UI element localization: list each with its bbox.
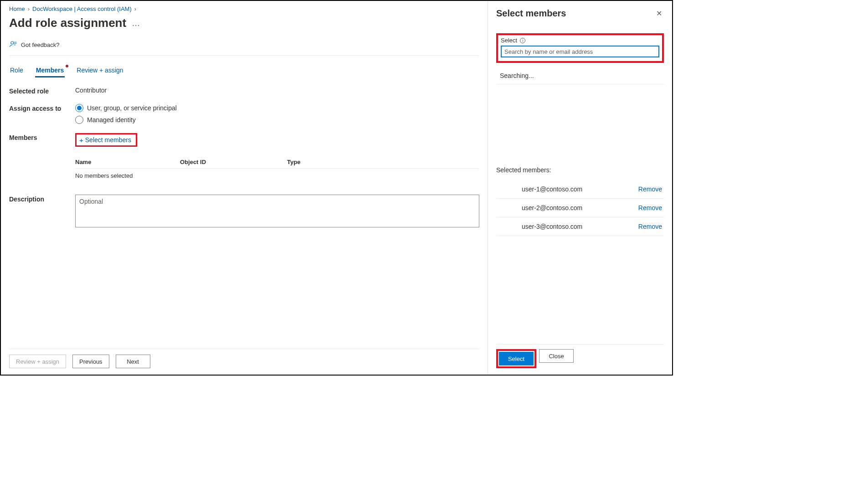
select-members-pane: Select members ✕ Select i Searching... S… xyxy=(488,1,672,375)
selected-members-list: user-1@contoso.com Remove user-2@contoso… xyxy=(496,180,664,236)
svg-point-0 xyxy=(11,41,14,44)
no-members-text: No members selected xyxy=(75,169,479,183)
tab-review-assign[interactable]: Review + assign xyxy=(76,64,124,77)
select-members-highlight: + Select members xyxy=(75,133,137,147)
select-button[interactable]: Select xyxy=(499,352,534,366)
selected-member-row: user-1@contoso.com Remove xyxy=(496,180,664,199)
radio-managed-identity[interactable]: Managed identity xyxy=(75,116,479,124)
main-footer: Review + assign Previous Next xyxy=(9,349,479,375)
remove-member-link[interactable]: Remove xyxy=(638,204,662,211)
description-input[interactable] xyxy=(75,195,479,227)
info-icon[interactable]: i xyxy=(520,38,525,43)
remove-member-link[interactable]: Remove xyxy=(638,185,662,193)
selected-members-label: Selected members: xyxy=(496,166,664,174)
feedback-label: Got feedback? xyxy=(21,41,60,48)
breadcrumb: Home › DocWorkspace | Access control (IA… xyxy=(9,5,479,12)
selected-member-row: user-3@contoso.com Remove xyxy=(496,217,664,236)
radio-icon xyxy=(75,104,83,112)
tab-members-label: Members xyxy=(36,67,64,74)
member-email: user-3@contoso.com xyxy=(522,223,582,230)
searching-status: Searching... xyxy=(496,67,664,84)
assign-access-radio-group: User, group, or service principal Manage… xyxy=(75,104,479,124)
member-email: user-1@contoso.com xyxy=(522,185,582,193)
chevron-right-icon: › xyxy=(134,5,136,12)
validation-dot-icon xyxy=(66,65,68,67)
selected-role-value: Contributor xyxy=(75,87,479,94)
description-label: Description xyxy=(9,195,75,203)
breadcrumb-workspace[interactable]: DocWorkspace | Access control (IAM) xyxy=(32,5,132,12)
radio-managed-label: Managed identity xyxy=(87,116,136,124)
col-object-id: Object ID xyxy=(180,159,287,165)
member-search-input[interactable] xyxy=(501,46,659,57)
select-button-highlight: Select xyxy=(496,349,536,368)
radio-user-group-sp[interactable]: User, group, or service principal xyxy=(75,104,479,112)
close-icon[interactable]: ✕ xyxy=(654,7,664,20)
select-search-highlight: Select i xyxy=(496,33,664,63)
members-label: Members xyxy=(9,133,75,141)
tab-role[interactable]: Role xyxy=(9,64,24,77)
close-button[interactable]: Close xyxy=(539,349,574,363)
breadcrumb-home[interactable]: Home xyxy=(9,5,25,12)
assign-access-label: Assign access to xyxy=(9,104,75,112)
radio-user-label: User, group, or service principal xyxy=(87,104,177,112)
select-label: Select xyxy=(501,37,517,44)
radio-icon xyxy=(75,116,83,124)
next-button[interactable]: Next xyxy=(116,355,150,368)
review-assign-button[interactable]: Review + assign xyxy=(9,355,66,368)
tab-members[interactable]: Members xyxy=(35,64,65,77)
select-members-link[interactable]: Select members xyxy=(85,136,131,144)
side-title: Select members xyxy=(496,8,566,19)
feedback-icon xyxy=(9,40,17,50)
col-name: Name xyxy=(75,159,180,165)
side-footer: Select Close xyxy=(496,344,664,375)
col-type: Type xyxy=(287,159,479,165)
plus-icon: + xyxy=(79,137,83,144)
main-pane: Home › DocWorkspace | Access control (IA… xyxy=(1,1,488,375)
selected-member-row: user-2@contoso.com Remove xyxy=(496,199,664,217)
feedback-link[interactable]: Got feedback? xyxy=(9,36,479,56)
chevron-right-icon: › xyxy=(28,5,30,12)
selected-role-label: Selected role xyxy=(9,87,75,95)
remove-member-link[interactable]: Remove xyxy=(638,223,662,230)
more-actions-icon[interactable]: … xyxy=(132,19,140,27)
previous-button[interactable]: Previous xyxy=(72,355,109,368)
tabs: Role Members Review + assign xyxy=(9,64,479,77)
member-email: user-2@contoso.com xyxy=(522,204,582,211)
page-title: Add role assignment xyxy=(9,16,126,30)
members-table: Name Object ID Type No members selected xyxy=(75,156,479,183)
